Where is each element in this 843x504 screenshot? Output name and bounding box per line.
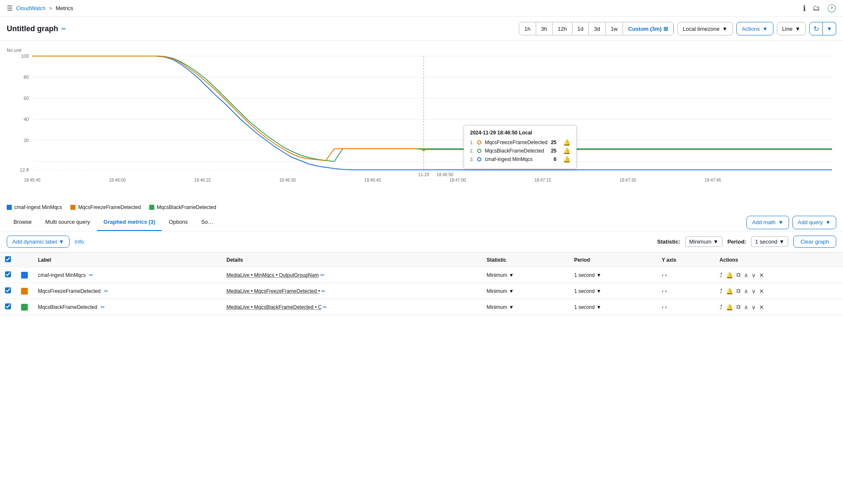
row2-yaxis-container: ‹ › bbox=[662, 288, 709, 294]
tab-source[interactable]: So… bbox=[194, 214, 220, 231]
table-header-row: Label Details Statistic Period Y axis Ac… bbox=[0, 253, 843, 267]
statistic-value: Minimum bbox=[689, 239, 711, 245]
legend-label-green: MqcsBlackFrameDetected bbox=[157, 204, 216, 210]
time-btn-1h[interactable]: 1h bbox=[519, 22, 536, 35]
info-icon[interactable]: ℹ bbox=[803, 4, 806, 13]
tab-graphed-metrics[interactable]: Graphed metrics (3) bbox=[97, 214, 162, 231]
tab-actions: Add math ▼ Add query ▼ bbox=[746, 216, 836, 229]
tooltip-title: 2024-11-29 18:46:50 Local bbox=[470, 130, 570, 136]
row1-copy-icon[interactable]: ⧉ bbox=[736, 271, 741, 279]
svg-text:18:45:45: 18:45:45 bbox=[24, 178, 41, 182]
row1-up-icon[interactable]: ∧ bbox=[744, 272, 748, 279]
time-btn-1w[interactable]: 1w bbox=[606, 22, 623, 35]
menu-icon[interactable]: ☰ bbox=[7, 4, 13, 12]
time-btn-1d[interactable]: 1d bbox=[572, 22, 589, 35]
svg-text:18:46:00: 18:46:00 bbox=[109, 178, 126, 182]
row1-yaxis-cell: ‹ › bbox=[657, 267, 714, 283]
row2-details-edit-icon[interactable]: ✏ bbox=[321, 288, 325, 294]
row3-checkbox[interactable] bbox=[5, 303, 11, 309]
row1-remove-icon[interactable]: ✕ bbox=[759, 272, 764, 279]
period-dropdown[interactable]: 1 second ▼ bbox=[751, 236, 788, 247]
row3-edit-icon[interactable]: ✏ bbox=[101, 304, 105, 310]
row3-down-icon[interactable]: ∨ bbox=[752, 304, 756, 311]
row1-statistic-dropdown[interactable]: Minimum ▼ bbox=[486, 272, 564, 278]
row1-yaxis-next-icon[interactable]: › bbox=[665, 272, 667, 278]
add-dynamic-label-button[interactable]: Add dynamic label ▼ bbox=[7, 236, 70, 248]
row3-statistic-cell: Minimum ▼ bbox=[481, 299, 569, 315]
actions-chevron-icon: ▼ bbox=[762, 26, 768, 32]
tab-multi-source[interactable]: Multi source query bbox=[38, 214, 97, 231]
clear-graph-button[interactable]: Clear graph bbox=[793, 236, 836, 248]
row1-yaxis-prev-icon[interactable]: ‹ bbox=[662, 272, 663, 278]
row2-down-icon[interactable]: ∨ bbox=[752, 288, 756, 295]
nav-cloudwatch-link[interactable]: CloudWatch bbox=[16, 5, 46, 11]
row1-statistic-value: Minimum bbox=[486, 272, 507, 278]
table-row: MqcsFreezeFrameDetected ✏ MediaLive • Mq… bbox=[0, 283, 843, 299]
row1-details-cell: MediaLive • MinMqcs • OutputGroupNam ✏ bbox=[221, 267, 481, 283]
info-link[interactable]: Info bbox=[75, 239, 84, 245]
time-btn-custom[interactable]: Custom (3m) ⊞ bbox=[623, 22, 673, 35]
row1-checkbox[interactable] bbox=[5, 271, 11, 277]
bell-icon-3[interactable]: 🔔 bbox=[563, 156, 570, 163]
row2-metric-icon[interactable]: ⤴ bbox=[720, 288, 722, 295]
add-math-button[interactable]: Add math ▼ bbox=[746, 216, 789, 229]
bell-icon-2[interactable]: 🔔 bbox=[563, 147, 570, 154]
line-dropdown[interactable]: Line ▼ bbox=[777, 22, 806, 35]
add-query-chevron-icon: ▼ bbox=[825, 219, 831, 225]
statistic-chevron-icon: ▼ bbox=[713, 239, 719, 245]
chart-container: No unit 100 80 60 40 20 12.8 18:45:45 18… bbox=[0, 41, 843, 201]
time-btn-3h[interactable]: 3h bbox=[536, 22, 553, 35]
clock-icon[interactable]: 🕐 bbox=[827, 4, 836, 13]
svg-text:18:47:15: 18:47:15 bbox=[534, 178, 551, 182]
svg-text:60: 60 bbox=[24, 96, 29, 101]
select-all-checkbox[interactable] bbox=[5, 256, 11, 262]
row2-copy-icon[interactable]: ⧉ bbox=[736, 287, 741, 295]
add-query-button[interactable]: Add query ▼ bbox=[792, 216, 836, 229]
row3-details-edit-icon[interactable]: ✏ bbox=[323, 304, 327, 310]
row1-alarm-icon[interactable]: 🔔 bbox=[726, 272, 733, 279]
row2-period-chevron-icon: ▼ bbox=[596, 288, 601, 294]
chart-legend: cmaf-ingest MinMqcs MqcsFreezeFrameDetec… bbox=[0, 201, 843, 214]
row2-alarm-icon[interactable]: 🔔 bbox=[726, 288, 733, 295]
time-btn-3d[interactable]: 3d bbox=[589, 22, 605, 35]
tab-browse[interactable]: Browse bbox=[7, 214, 38, 231]
row2-edit-icon[interactable]: ✏ bbox=[104, 288, 108, 294]
row2-statistic-dropdown[interactable]: Minimum ▼ bbox=[486, 288, 564, 294]
row2-yaxis-prev-icon[interactable]: ‹ bbox=[662, 288, 663, 294]
tooltip-label-2: MqcsBlackFrameDetected bbox=[485, 148, 544, 154]
row1-edit-icon[interactable]: ✏ bbox=[89, 272, 93, 278]
th-details: Details bbox=[221, 253, 481, 267]
time-btn-12h[interactable]: 12h bbox=[553, 22, 572, 35]
row3-alarm-icon[interactable]: 🔔 bbox=[726, 304, 733, 311]
th-yaxis: Y axis bbox=[657, 253, 714, 267]
refresh-chevron-button[interactable]: ▼ bbox=[823, 22, 836, 35]
legend-label-blue: cmaf-ingest MinMqcs bbox=[14, 204, 62, 210]
folder-icon[interactable]: 🗂 bbox=[813, 4, 820, 13]
row3-remove-icon[interactable]: ✕ bbox=[759, 304, 764, 311]
timezone-dropdown[interactable]: Local timezone ▼ bbox=[677, 22, 733, 35]
row2-checkbox[interactable] bbox=[5, 287, 11, 293]
row1-down-icon[interactable]: ∨ bbox=[752, 272, 756, 279]
row1-metric-icon[interactable]: ⤴ bbox=[720, 272, 722, 279]
row2-statistic-cell: Minimum ▼ bbox=[481, 283, 569, 299]
tooltip-value-2: 25 bbox=[551, 148, 556, 154]
row2-yaxis-next-icon[interactable]: › bbox=[665, 288, 667, 294]
refresh-button[interactable]: ↻ bbox=[809, 22, 823, 35]
row3-up-icon[interactable]: ∧ bbox=[744, 304, 748, 311]
tab-options[interactable]: Options bbox=[162, 214, 194, 231]
row1-details-edit-icon[interactable]: ✏ bbox=[320, 272, 325, 278]
edit-title-icon[interactable]: ✏ bbox=[62, 26, 66, 32]
bell-icon-1[interactable]: 🔔 bbox=[563, 139, 570, 146]
row3-metric-icon[interactable]: ⤴ bbox=[720, 304, 722, 311]
row3-yaxis-next-icon[interactable]: › bbox=[665, 304, 667, 310]
row3-yaxis-prev-icon[interactable]: ‹ bbox=[662, 304, 663, 310]
controls-bar: Add dynamic label ▼ Info Statistic: Mini… bbox=[0, 231, 843, 252]
row3-statistic-dropdown[interactable]: Minimum ▼ bbox=[486, 304, 564, 310]
row2-up-icon[interactable]: ∧ bbox=[744, 288, 748, 295]
legend-item-orange: MqcsFreezeFrameDetected bbox=[70, 204, 141, 210]
statistic-dropdown[interactable]: Minimum ▼ bbox=[685, 236, 722, 247]
row2-remove-icon[interactable]: ✕ bbox=[759, 288, 764, 295]
actions-dropdown[interactable]: Actions ▼ bbox=[736, 22, 773, 35]
tooltip-dot-orange bbox=[477, 140, 481, 145]
row3-copy-icon[interactable]: ⧉ bbox=[736, 303, 741, 311]
